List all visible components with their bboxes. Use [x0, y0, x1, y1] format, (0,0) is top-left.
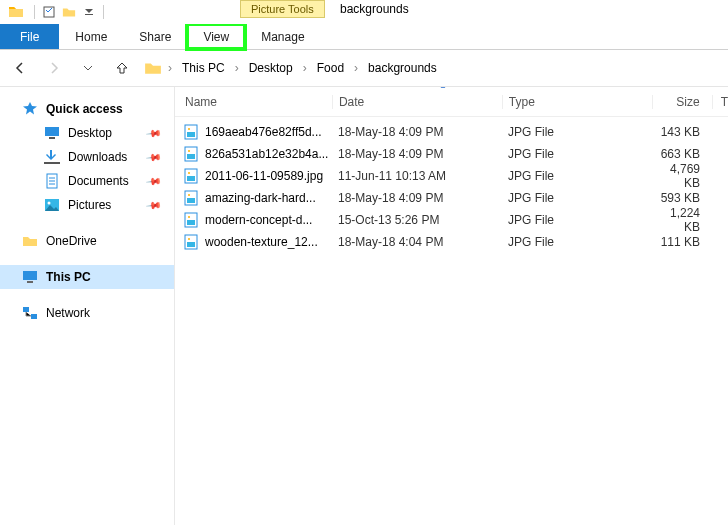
- folder-icon: [22, 233, 38, 249]
- nav-documents[interactable]: Documents 📌: [0, 169, 174, 193]
- nav-pictures[interactable]: Pictures 📌: [0, 193, 174, 217]
- picture-tools-tab-label: Picture Tools: [240, 0, 325, 18]
- jpg-file-icon: [183, 234, 199, 250]
- qat-new-folder-button[interactable]: [60, 3, 78, 21]
- title-bar: Picture Tools backgrounds: [0, 0, 728, 24]
- nav-label: OneDrive: [46, 234, 97, 248]
- column-type[interactable]: Type: [502, 95, 652, 109]
- svg-point-20: [188, 172, 190, 174]
- jpg-file-icon: [183, 190, 199, 206]
- chevron-right-icon[interactable]: ›: [233, 61, 241, 75]
- separator: [103, 5, 104, 19]
- table-row[interactable]: amazing-dark-hard...18-May-18 4:09 PMJPG…: [175, 187, 728, 209]
- svg-rect-11: [31, 314, 37, 319]
- file-date: 18-May-18 4:09 PM: [332, 125, 502, 139]
- column-size[interactable]: Size: [652, 95, 712, 109]
- column-headers: Name Date Type Size T: [175, 87, 728, 117]
- svg-rect-4: [44, 162, 60, 164]
- table-row[interactable]: 826a531ab12e32b4a...18-May-18 4:09 PMJPG…: [175, 143, 728, 165]
- file-size: 663 KB: [652, 147, 712, 161]
- recent-locations-button[interactable]: [76, 56, 100, 80]
- file-size: 111 KB: [652, 235, 712, 249]
- chevron-right-icon[interactable]: ›: [352, 61, 360, 75]
- tab-file[interactable]: File: [0, 24, 59, 49]
- network-icon: [22, 305, 38, 321]
- column-extra[interactable]: T: [712, 95, 728, 109]
- svg-rect-8: [23, 271, 37, 280]
- nav-onedrive[interactable]: OneDrive: [0, 229, 174, 253]
- chevron-right-icon[interactable]: ›: [301, 61, 309, 75]
- breadcrumb-backgrounds[interactable]: backgrounds: [364, 59, 441, 77]
- svg-rect-13: [187, 132, 195, 137]
- file-type: JPG File: [502, 125, 652, 139]
- file-size: 1,224 KB: [652, 206, 712, 234]
- svg-point-17: [188, 150, 190, 152]
- tab-view[interactable]: View: [187, 24, 245, 49]
- file-name: modern-concept-d...: [205, 213, 312, 227]
- file-name: wooden-texture_12...: [205, 235, 318, 249]
- folder-icon: [144, 59, 162, 77]
- breadcrumb-this-pc[interactable]: This PC: [178, 59, 229, 77]
- nav-label: Desktop: [68, 126, 112, 140]
- file-name: 2011-06-11-09589.jpg: [205, 169, 323, 183]
- table-row[interactable]: 2011-06-11-09589.jpg11-Jun-11 10:13 AMJP…: [175, 165, 728, 187]
- file-type: JPG File: [502, 235, 652, 249]
- file-date: 18-May-18 4:04 PM: [332, 235, 502, 249]
- jpg-file-icon: [183, 212, 199, 228]
- file-date: 18-May-18 4:09 PM: [332, 147, 502, 161]
- svg-rect-9: [27, 281, 33, 283]
- navigation-bar: › This PC › Desktop › Food › backgrounds: [0, 50, 728, 86]
- pin-icon: 📌: [146, 197, 162, 213]
- breadcrumb-food[interactable]: Food: [313, 59, 348, 77]
- window-title: backgrounds: [340, 2, 409, 16]
- file-name: 826a531ab12e32b4a...: [205, 147, 328, 161]
- file-size: 593 KB: [652, 191, 712, 205]
- svg-point-14: [188, 128, 190, 130]
- pin-icon: 📌: [146, 125, 162, 141]
- file-date: 15-Oct-13 5:26 PM: [332, 213, 502, 227]
- svg-rect-3: [49, 137, 55, 139]
- column-date[interactable]: Date: [332, 95, 502, 109]
- tab-manage[interactable]: Manage: [245, 24, 320, 49]
- svg-rect-25: [187, 220, 195, 225]
- main-area: Quick access Desktop 📌 Downloads 📌 Docum…: [0, 87, 728, 525]
- svg-rect-22: [187, 198, 195, 203]
- pictures-icon: [44, 197, 60, 213]
- svg-point-26: [188, 216, 190, 218]
- file-name: 169aeab476e82ff5d...: [205, 125, 322, 139]
- computer-icon: [22, 269, 38, 285]
- breadcrumb-desktop[interactable]: Desktop: [245, 59, 297, 77]
- nav-label: This PC: [46, 270, 91, 284]
- svg-rect-28: [187, 242, 195, 247]
- forward-button[interactable]: [42, 56, 66, 80]
- nav-quick-access[interactable]: Quick access: [0, 97, 174, 121]
- nav-label: Documents: [68, 174, 129, 188]
- jpg-file-icon: [183, 124, 199, 140]
- svg-rect-19: [187, 176, 195, 181]
- up-button[interactable]: [110, 56, 134, 80]
- table-row[interactable]: 169aeab476e82ff5d...18-May-18 4:09 PMJPG…: [175, 121, 728, 143]
- qat-dropdown-button[interactable]: [80, 3, 98, 21]
- tab-share[interactable]: Share: [123, 24, 187, 49]
- file-date: 11-Jun-11 10:13 AM: [332, 169, 502, 183]
- ribbon-tabs: File Home Share View Manage: [0, 24, 728, 50]
- nav-desktop[interactable]: Desktop 📌: [0, 121, 174, 145]
- svg-rect-1: [85, 14, 93, 15]
- downloads-icon: [44, 149, 60, 165]
- chevron-right-icon[interactable]: ›: [166, 61, 174, 75]
- file-date: 18-May-18 4:09 PM: [332, 191, 502, 205]
- address-bar[interactable]: › This PC › Desktop › Food › backgrounds: [144, 59, 441, 77]
- separator: [34, 5, 35, 19]
- qat-properties-button[interactable]: [40, 3, 58, 21]
- nav-label: Quick access: [46, 102, 123, 116]
- back-button[interactable]: [8, 56, 32, 80]
- column-name[interactable]: Name: [175, 95, 332, 109]
- pin-icon: 📌: [146, 149, 162, 165]
- nav-downloads[interactable]: Downloads 📌: [0, 145, 174, 169]
- sort-ascending-icon: ▲: [439, 87, 447, 90]
- table-row[interactable]: wooden-texture_12...18-May-18 4:04 PMJPG…: [175, 231, 728, 253]
- nav-network[interactable]: Network: [0, 301, 174, 325]
- tab-home[interactable]: Home: [59, 24, 123, 49]
- nav-this-pc[interactable]: This PC: [0, 265, 174, 289]
- table-row[interactable]: modern-concept-d...15-Oct-13 5:26 PMJPG …: [175, 209, 728, 231]
